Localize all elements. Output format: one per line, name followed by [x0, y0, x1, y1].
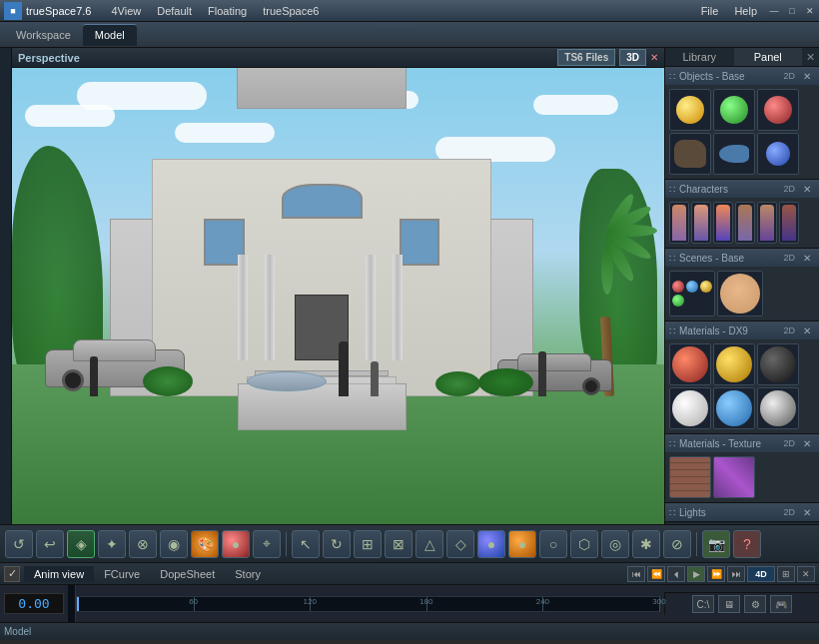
char-thumb-5[interactable] [757, 202, 777, 244]
play-end-btn[interactable]: ⏭ [727, 566, 745, 582]
tool-move[interactable]: ✦ [98, 530, 126, 558]
tool-diamond[interactable]: ◇ [446, 530, 474, 558]
materials-tex-header[interactable]: ∷ Materials - Texture 2D ✕ [665, 434, 819, 452]
characters-close-icon[interactable]: ✕ [803, 184, 811, 195]
lights-close-icon[interactable]: ✕ [803, 507, 811, 518]
anim-view-tab[interactable]: Anim view [24, 566, 94, 582]
person-1 [90, 356, 98, 396]
play-back-btn[interactable]: ⏴ [667, 566, 685, 582]
tool-rotate2[interactable]: ↻ [323, 530, 351, 558]
object-thumb-2[interactable] [713, 89, 755, 131]
close-button[interactable]: ✕ [802, 4, 818, 18]
menu-4view[interactable]: 4View [103, 3, 149, 19]
menu-default[interactable]: Default [149, 3, 200, 19]
menu-floating[interactable]: Floating [200, 3, 255, 19]
play-fwd-btn[interactable]: ▶ [687, 566, 705, 582]
tool-camera[interactable]: 📷 [702, 530, 730, 558]
tool-rotate-left[interactable]: ↺ [5, 530, 33, 558]
mat-thumb-blue[interactable] [713, 387, 755, 429]
tool-paint[interactable]: 🎨 [191, 530, 219, 558]
timeline-track[interactable]: 60 120 180 240 300 [76, 596, 660, 612]
tab-model[interactable]: Model [83, 24, 137, 46]
tool-sphere2[interactable]: ● [477, 530, 505, 558]
tl-icon1[interactable]: ⊞ [777, 566, 795, 582]
bottom-icon-1[interactable]: C:\ [692, 595, 714, 613]
tool-select[interactable]: ◈ [67, 530, 95, 558]
scenes-content [665, 267, 819, 321]
menu-help[interactable]: Help [726, 3, 765, 19]
menu-file[interactable]: File [693, 3, 727, 19]
tab-workspace[interactable]: Workspace [4, 24, 83, 46]
maximize-button[interactable]: □ [784, 4, 800, 18]
tool-triangle[interactable]: △ [415, 530, 443, 558]
playhead[interactable] [77, 597, 79, 611]
3d-scene[interactable] [12, 68, 664, 524]
char-thumb-3[interactable] [713, 202, 733, 244]
tool-help[interactable]: ? [733, 530, 761, 558]
tool-cursor[interactable]: ↖ [292, 530, 320, 558]
tool-target[interactable]: ◎ [601, 530, 629, 558]
mat-thumb-red[interactable] [669, 343, 711, 385]
panel-tab[interactable]: Panel [734, 48, 803, 66]
mat-thumb-dark[interactable] [757, 343, 799, 385]
column-1 [238, 255, 248, 360]
object-thumb-3[interactable] [757, 89, 799, 131]
char-thumb-6[interactable] [779, 202, 799, 244]
format-btn[interactable]: 4D [747, 566, 775, 582]
materials-tex-close-icon[interactable]: ✕ [803, 438, 811, 449]
tool-star[interactable]: ✱ [632, 530, 660, 558]
tex-thumb-purple[interactable] [713, 456, 755, 498]
tool-scale2[interactable]: ⊞ [354, 530, 382, 558]
scenes-header[interactable]: ∷ Scenes - Base 2D ✕ [665, 249, 819, 267]
tool-weld[interactable]: ⌖ [253, 530, 281, 558]
tool-sphere[interactable]: ● [222, 530, 250, 558]
tool-cut[interactable]: ⊘ [663, 530, 691, 558]
tool-orange[interactable]: ● [508, 530, 536, 558]
menu-truespace6[interactable]: trueSpace6 [255, 3, 327, 19]
char-thumb-2[interactable] [691, 202, 711, 244]
bottom-icon-2[interactable]: 🖥 [718, 595, 740, 613]
scene-thumb-face[interactable] [717, 271, 763, 317]
object-thumb-4[interactable] [669, 133, 711, 175]
object-thumb-1[interactable] [669, 89, 711, 131]
play-begin-btn[interactable]: ⏮ [627, 566, 645, 582]
3d-button[interactable]: 3D [619, 49, 646, 66]
char-thumb-4[interactable] [735, 202, 755, 244]
bottom-icon-3[interactable]: ⚙ [744, 595, 766, 613]
play-prev-btn[interactable]: ⏪ [647, 566, 665, 582]
tl-close[interactable]: ✕ [797, 566, 815, 582]
tool-rotate[interactable]: ◉ [160, 530, 188, 558]
scenes-close-icon[interactable]: ✕ [803, 253, 811, 264]
lights-header[interactable]: ∷ Lights 2D ✕ [665, 503, 819, 521]
materials-dx9-close-icon[interactable]: ✕ [803, 325, 811, 336]
tool-undo[interactable]: ↩ [36, 530, 64, 558]
mat-thumb-gold[interactable] [713, 343, 755, 385]
viewport-close[interactable]: ✕ [650, 52, 658, 63]
tool-hex[interactable]: ⬡ [570, 530, 598, 558]
minimize-button[interactable]: — [766, 4, 782, 18]
panel-close[interactable]: ✕ [802, 51, 819, 64]
tool-scale[interactable]: ⊗ [129, 530, 157, 558]
tex-thumb-brick[interactable] [669, 456, 711, 498]
mat-thumb-chrome[interactable] [757, 387, 799, 429]
materials-dx9-header[interactable]: ∷ Materials - DX9 2D ✕ [665, 322, 819, 339]
bottom-icon-4[interactable]: 🎮 [770, 595, 792, 613]
tool-circle[interactable]: ○ [539, 530, 567, 558]
characters-header[interactable]: ∷ Characters 2D ✕ [665, 180, 819, 198]
library-tab[interactable]: Library [665, 48, 734, 66]
story-tab[interactable]: Story [225, 566, 271, 582]
tool-mirror[interactable]: ⊠ [385, 530, 412, 558]
mat-thumb-white[interactable] [669, 387, 711, 429]
anim-check[interactable]: ✓ [4, 566, 20, 582]
objects-header[interactable]: ∷ Objects - Base 2D ✕ [665, 67, 819, 85]
object-thumb-5[interactable] [713, 133, 755, 175]
dopesheet-tab[interactable]: DopeSheet [150, 566, 225, 582]
fcurve-tab[interactable]: FCurve [94, 566, 150, 582]
objects-close-icon[interactable]: ✕ [803, 71, 811, 82]
play-next-btn[interactable]: ⏩ [707, 566, 725, 582]
ts6-files-button[interactable]: TS6 Files [557, 49, 615, 66]
object-thumb-6[interactable] [757, 133, 799, 175]
house-main [152, 159, 491, 396]
scene-thumb-1[interactable] [669, 271, 715, 317]
char-thumb-1[interactable] [669, 202, 689, 244]
